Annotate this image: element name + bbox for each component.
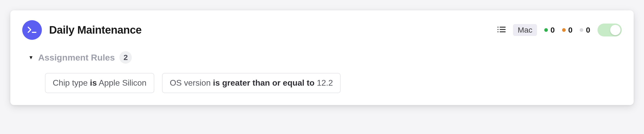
status-gray: 0 bbox=[580, 26, 590, 34]
rule-operator: is bbox=[90, 78, 97, 87]
list-icon[interactable] bbox=[497, 26, 506, 34]
rules-row: Chip type is Apple Silicon OS version is… bbox=[45, 73, 622, 93]
status-count-gray: 0 bbox=[586, 26, 590, 34]
rule-value: Apple Silicon bbox=[99, 78, 147, 87]
status-count-green: 0 bbox=[550, 26, 555, 34]
rule-field: OS version bbox=[170, 78, 211, 87]
svg-point-5 bbox=[497, 31, 499, 32]
enable-toggle[interactable] bbox=[597, 24, 622, 36]
rule-chip[interactable]: OS version is greater than or equal to 1… bbox=[162, 73, 341, 93]
section-title: Assignment Rules bbox=[38, 53, 115, 63]
svg-point-3 bbox=[497, 29, 499, 30]
title-group: Daily Maintenance bbox=[22, 20, 142, 40]
svg-point-1 bbox=[497, 27, 499, 28]
status-orange: 0 bbox=[562, 26, 573, 34]
meta-group: Mac 0 0 0 bbox=[497, 24, 622, 36]
card-title: Daily Maintenance bbox=[49, 24, 142, 36]
rule-operator: is greater than or equal to bbox=[213, 78, 315, 87]
status-dot-orange bbox=[562, 28, 566, 32]
terminal-icon bbox=[22, 20, 42, 40]
script-card: Daily Maintenance Mac 0 0 bbox=[10, 10, 634, 105]
status-count-orange: 0 bbox=[568, 26, 573, 34]
status-green: 0 bbox=[544, 26, 555, 34]
rule-field: Chip type bbox=[53, 78, 88, 87]
assignment-rules-header[interactable]: ▼ Assignment Rules 2 bbox=[28, 51, 622, 64]
status-dot-green bbox=[544, 28, 548, 32]
status-dot-gray bbox=[580, 28, 583, 32]
rule-value: 12.2 bbox=[317, 78, 333, 87]
chevron-down-icon: ▼ bbox=[28, 55, 34, 61]
rule-count-badge: 2 bbox=[119, 51, 132, 64]
rule-chip[interactable]: Chip type is Apple Silicon bbox=[45, 73, 154, 93]
toggle-knob bbox=[610, 25, 620, 35]
platform-chip[interactable]: Mac bbox=[513, 24, 537, 36]
card-header: Daily Maintenance Mac 0 0 bbox=[22, 20, 622, 40]
